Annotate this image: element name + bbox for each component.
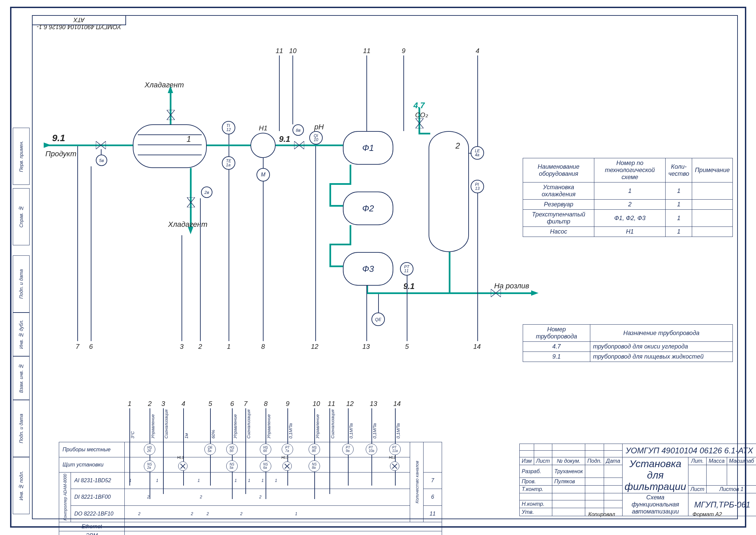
sig-b8 [263, 181, 264, 341]
ch8: 8 [264, 400, 268, 408]
num-10: 10 [289, 47, 296, 55]
sig-b13 [366, 286, 367, 341]
svg-marker-0 [96, 141, 101, 149]
num-b5: 5 [405, 343, 409, 351]
ch14: 14 [393, 400, 401, 408]
instr-8v: 8в [292, 124, 304, 136]
ct10: Управление [315, 414, 320, 439]
valve-bottling [491, 289, 501, 297]
pipe-to-pump [207, 145, 252, 146]
svg-marker-6 [294, 141, 299, 149]
svg-marker-11 [496, 289, 501, 297]
line-5v [101, 149, 102, 155]
label-ref-bot: Хладагент [168, 220, 207, 229]
ct8: Управление [266, 414, 271, 439]
ct13: 0,1МПа [372, 423, 377, 439]
side-podp-data: Подп. и дата [13, 400, 30, 457]
ch10: 10 [313, 400, 320, 408]
pipe-f2-d2 [329, 244, 351, 245]
ct3: Сигнализация [164, 409, 169, 439]
num-4: 4 [476, 47, 479, 55]
pipe-table: Номер трубопроводаНазначение трубопровод… [523, 324, 733, 362]
pipe-res-in [449, 252, 450, 294]
sig-b6 [91, 166, 91, 341]
side-vzam: Взам. инв. № [13, 356, 30, 400]
pipe-pump-f1 [276, 145, 343, 146]
instr-qe: QE [371, 313, 385, 326]
flow-9-1-c: 9.1 [403, 282, 414, 291]
ch2: 2 [148, 400, 152, 408]
kopiroval: Копировал [588, 511, 615, 518]
num-11b: 11 [363, 47, 370, 55]
pipe-inlet [45, 145, 133, 146]
num-b13: 13 [362, 343, 370, 351]
ct12: 0,1МПа [349, 423, 354, 439]
equipment-table: Наименование оборудованияНомер по технол… [523, 158, 733, 237]
label-product: Продукт [45, 150, 76, 158]
ct4: 1м [184, 433, 189, 439]
valve-8v [294, 141, 304, 149]
pipe-co2-h [419, 133, 430, 134]
pipe-f1-d1 [350, 165, 351, 185]
instr-te1a: TE 1а [222, 156, 235, 170]
ch13: 13 [370, 400, 377, 408]
ch9: 9 [286, 400, 289, 408]
reservoir [429, 131, 469, 252]
instr-le4a: LE 4а [471, 146, 484, 160]
ch3: 3 [161, 400, 165, 408]
flow-4-7: 4.7 [413, 101, 425, 110]
cooler-bar3 [138, 155, 202, 155]
line-te1a [229, 146, 229, 156]
num-9: 9 [402, 47, 405, 55]
svg-marker-7 [299, 141, 304, 149]
line-qe [378, 294, 379, 313]
flow-9-1-a: 9.1 [52, 133, 65, 143]
sig-b14 [477, 193, 478, 341]
cooler-body [133, 124, 207, 168]
instr-qi10: QI 10 [309, 131, 323, 145]
svg-marker-5 [187, 202, 195, 207]
num-b2: 2 [198, 343, 202, 351]
ch7: 7 [244, 400, 247, 408]
ch1: 1 [128, 400, 131, 408]
instr-m: M [256, 168, 270, 181]
num-b3: 3 [180, 343, 184, 351]
ct6: Управление [233, 414, 238, 439]
svg-marker-8 [415, 118, 424, 123]
pipe-f2-d3 [329, 244, 331, 267]
side-sprav: Справ. № [13, 188, 30, 245]
valve-2v [187, 197, 195, 207]
line-m [263, 158, 264, 169]
instr-ti12: TI 12 [222, 121, 235, 134]
pipe-f2-d4 [329, 265, 343, 267]
num-b1: 1 [227, 343, 231, 351]
num-11a: 11 [276, 47, 283, 55]
pipe-f1-d2 [329, 183, 351, 185]
ct1: 3°C [130, 431, 135, 439]
side-perv: Перв. примен. [13, 128, 30, 185]
sig-b5 [407, 276, 407, 341]
filter-f2: Ф2 [343, 192, 393, 225]
titleblock: УОМГУП 49010104 06126 6.1-АТХ ИзмЛист№ д… [519, 444, 756, 516]
valve-co2 [415, 118, 424, 128]
svg-marker-4 [187, 197, 195, 202]
ct9: 0,1МПа [288, 423, 293, 439]
arrow-bottling [531, 290, 539, 296]
drawing-sheet: УОМГУП 49010104 06126 6.1-АТХ Инв. № под… [0, 0, 756, 535]
instr-pt11: PT 11 [400, 262, 413, 276]
ch4: 4 [182, 400, 185, 408]
pipe-f3-out [393, 292, 450, 294]
svg-marker-3 [167, 115, 175, 120]
svg-marker-9 [415, 123, 424, 128]
side-inv-podl: Инв. № подл. [13, 457, 30, 514]
sig-11a [279, 55, 280, 131]
pipe-f1-d3 [329, 183, 331, 207]
cooler-bar2 [138, 145, 202, 145]
ch6: 6 [230, 400, 234, 408]
ct11: Сигнализация [330, 409, 335, 439]
tag-2: 2 [455, 141, 460, 151]
instr-5v: 5в [96, 155, 107, 166]
flow-9-1-b: 9.1 [279, 134, 290, 144]
line-le [469, 153, 472, 154]
pipe-f3-h [366, 292, 393, 294]
